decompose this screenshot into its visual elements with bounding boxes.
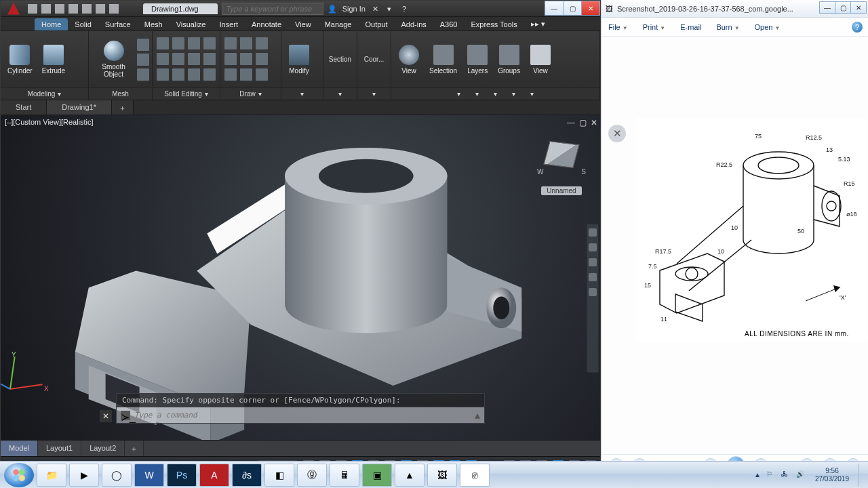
layout-2[interactable]: Layout2	[81, 441, 125, 456]
show-desktop-button[interactable]	[859, 464, 864, 487]
nav-pan-icon[interactable]	[589, 243, 597, 251]
tab-insert[interactable]: Insert	[212, 18, 245, 30]
viewer-help-icon[interactable]: ?	[852, 22, 863, 33]
menu-burn[interactable]: Burn▼	[716, 23, 739, 31]
tab-solid[interactable]: Solid	[68, 18, 98, 30]
tool-icon[interactable]	[157, 53, 169, 65]
tool-icon[interactable]	[256, 37, 268, 49]
redo-icon[interactable]	[109, 4, 119, 14]
cube-icon[interactable]	[543, 141, 579, 168]
exchange-icon[interactable]: ✕	[372, 5, 380, 13]
tray-up-icon[interactable]: ▲	[754, 471, 761, 479]
layers-button[interactable]: Layers	[462, 43, 492, 76]
tool-icon[interactable]	[240, 53, 252, 65]
section-button[interactable]: Section	[329, 56, 351, 63]
coord-button[interactable]: Coor...	[364, 56, 384, 63]
tab-annotate[interactable]: Annotate	[245, 18, 288, 30]
ucs-gizmo[interactable]: X Y	[10, 349, 51, 390]
viewer-min-button[interactable]: —	[819, 1, 835, 14]
save-icon[interactable]	[55, 4, 64, 14]
signin-button[interactable]: Sign In	[342, 5, 366, 13]
tool-icon[interactable]	[157, 68, 169, 81]
tb-chrome-icon[interactable]: ◯	[102, 464, 132, 487]
tab-home[interactable]: Home	[35, 18, 68, 30]
cmd-close-icon[interactable]: ✕	[100, 410, 112, 422]
tb-media-icon[interactable]: ▶	[69, 464, 99, 487]
nav-bar[interactable]	[587, 224, 599, 373]
cylinder-button[interactable]: Cylinder	[3, 43, 37, 76]
cmd-input[interactable]	[134, 411, 471, 420]
mesh-tool-icon[interactable]	[137, 54, 149, 66]
menu-email[interactable]: E-mail	[680, 23, 701, 31]
layout-add[interactable]: ＋	[125, 441, 144, 456]
tb-autocad-icon[interactable]: A	[199, 464, 229, 487]
viewcube-state[interactable]: Unnamed	[541, 186, 581, 195]
model-viewport[interactable]: [–][Custom View][Realistic] — ▢ ✕	[1, 115, 600, 440]
tray-flag-icon[interactable]: ⚐	[766, 470, 776, 480]
tool-icon[interactable]	[224, 53, 237, 65]
plot-icon[interactable]	[82, 4, 92, 14]
tab-surface[interactable]: Surface	[98, 18, 138, 30]
tool-icon[interactable]	[172, 53, 184, 65]
close-button[interactable]: ✕	[581, 1, 600, 16]
nav-zoom-icon[interactable]	[589, 258, 597, 266]
minimize-button[interactable]: —	[545, 1, 564, 16]
tb-viewer-icon[interactable]: 🖼	[427, 464, 457, 487]
tab-mesh[interactable]: Mesh	[138, 18, 170, 30]
tb-word-icon[interactable]: W	[134, 464, 164, 487]
new-icon[interactable]	[28, 4, 37, 14]
doctab-start[interactable]: Start	[1, 100, 47, 115]
tab-addins[interactable]: Add-ins	[394, 18, 433, 30]
smooth-object-button[interactable]: Smooth Object	[92, 39, 136, 79]
mesh-tool-icon[interactable]	[137, 68, 149, 81]
maximize-button[interactable]: ▢	[563, 1, 582, 16]
panel-modify-expand[interactable]: ▾	[281, 87, 323, 100]
layout-model[interactable]: Model	[1, 441, 38, 456]
cmd-recent-icon[interactable]: ▴	[475, 409, 480, 422]
help-icon[interactable]: ?	[402, 5, 410, 13]
tb-calc-icon[interactable]: 🖩	[330, 464, 359, 487]
tool-icon[interactable]	[203, 68, 216, 81]
tab-a360[interactable]: A360	[433, 18, 465, 30]
tool-icon[interactable]	[256, 68, 268, 81]
menu-open[interactable]: Open▼	[755, 23, 781, 31]
open-icon[interactable]	[41, 4, 51, 14]
tab-more-icon[interactable]: ▸▸ ▾	[524, 18, 552, 30]
panel-section-expand[interactable]: ▾	[323, 87, 357, 100]
tool-icon[interactable]	[172, 37, 184, 49]
start-button[interactable]	[4, 463, 34, 487]
doctab-drawing1[interactable]: Drawing1*	[47, 100, 112, 115]
tool-icon[interactable]	[224, 37, 237, 49]
undo-icon[interactable]	[96, 4, 105, 14]
tab-visualize[interactable]: Visualize	[170, 18, 213, 30]
panel-coord-expand[interactable]: ▾	[357, 87, 391, 100]
panel-draw-label[interactable]: Draw ▾	[220, 87, 281, 100]
tray-vol-icon[interactable]: 🔊	[796, 470, 806, 480]
selection-button[interactable]: Selection	[425, 43, 461, 76]
tool-icon[interactable]	[224, 68, 237, 81]
tool-icon[interactable]	[240, 37, 252, 49]
tb-camtasia-icon[interactable]: ▣	[362, 464, 392, 487]
overlay-close-icon[interactable]: ✕	[608, 125, 626, 142]
panel-mesh-label[interactable]: Mesh	[89, 87, 152, 100]
search-input[interactable]	[222, 3, 323, 15]
groups-button[interactable]: Groups	[494, 43, 524, 76]
saveas-icon[interactable]	[68, 4, 78, 14]
tray-clock[interactable]: 9:56 27/03/2019	[815, 467, 849, 483]
tb-explorer-icon[interactable]: 📁	[37, 464, 66, 487]
tb-ds-icon[interactable]: ∂s	[232, 464, 262, 487]
tool-icon[interactable]	[203, 53, 216, 65]
panel-view-expand[interactable]: ▾ ▾ ▾ ▾ ▾	[391, 87, 599, 100]
view-button[interactable]: View	[394, 43, 424, 76]
viewer-close-button[interactable]: ✕	[850, 1, 867, 14]
tb-vlc-icon[interactable]: ▲	[395, 464, 425, 487]
menu-file[interactable]: File▼	[608, 23, 628, 31]
tool-icon[interactable]	[188, 53, 200, 65]
viewcube[interactable]: WS Unnamed	[535, 142, 588, 195]
layout-1[interactable]: Layout1	[38, 441, 81, 456]
tool-icon[interactable]	[172, 68, 184, 81]
filename-tab[interactable]: Drawing1.dwg	[143, 3, 218, 14]
tb-app1-icon[interactable]: ◧	[264, 464, 294, 487]
tab-output[interactable]: Output	[358, 18, 394, 30]
nav-showmotion-icon[interactable]	[589, 288, 597, 296]
